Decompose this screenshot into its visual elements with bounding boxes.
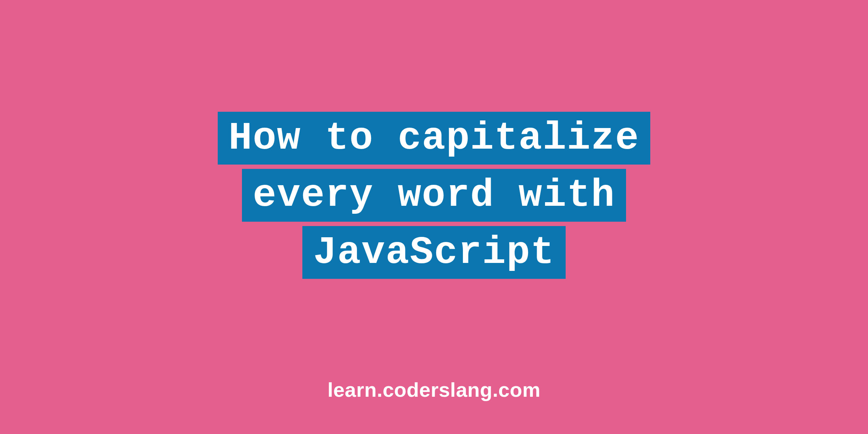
footer-url: learn.coderslang.com — [328, 378, 541, 401]
title-line-2: every word with — [242, 169, 626, 222]
title-container: How to capitalize every word with JavaSc… — [218, 112, 650, 279]
title-line-1: How to capitalize — [218, 112, 650, 165]
title-line-3: JavaScript — [302, 226, 566, 279]
